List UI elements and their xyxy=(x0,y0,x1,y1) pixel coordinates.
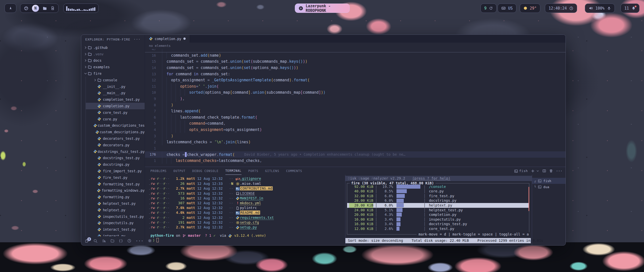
keyboard-layout-widget[interactable]: US xyxy=(498,4,516,13)
panel-tab-ports[interactable]: PORTS xyxy=(248,167,258,175)
dirty-indicator[interactable] xyxy=(183,38,186,40)
panel-tab-terminal[interactable]: TERMINAL xyxy=(225,167,242,175)
tree-item-formatting_test.py[interactable]: formatting_test.py xyxy=(86,181,145,187)
notifications-widget[interactable]: 11 xyxy=(621,4,639,13)
dua-row[interactable]: 24.00 KiB│5.1%│helptext_test.py xyxy=(347,208,529,213)
code-line[interactable]: 9), xyxy=(145,96,566,102)
code-line[interactable]: 10sorted(options_map[command].union(subc… xyxy=(145,89,566,96)
tree-item-formatting_windows.py[interactable]: formatting_windows.py xyxy=(86,187,145,194)
activity-clock-icon[interactable] xyxy=(127,239,131,243)
tree-item-helptext.py[interactable]: helptext.py xyxy=(86,207,145,213)
activity-gear-icon[interactable] xyxy=(148,239,152,243)
tree-item-fire_import_test.py[interactable]: fire_import_test.py xyxy=(86,168,145,174)
tree-item-completion.py[interactable]: completion.py xyxy=(86,103,145,109)
tree-item-custom_descriptions.py[interactable]: custom_descriptions.py xyxy=(86,129,145,135)
audio-visualizer[interactable] xyxy=(63,4,99,13)
code-line[interactable]: 15commands_set = commands_set.union(set(… xyxy=(145,58,566,65)
tree-item-interact_test.py[interactable]: interact_test.py xyxy=(86,226,145,233)
tab-completion-py[interactable]: completion.py xyxy=(145,35,190,43)
dua-row[interactable]: 20.00 KiB│4.3%│completion.py xyxy=(347,212,529,217)
tree-item-.venv[interactable]: .venv xyxy=(81,51,145,57)
activity-dots-icon[interactable]: ··· xyxy=(136,239,144,243)
dua-row[interactable]: 16.00 KiB│3.4%│inspectutils.py xyxy=(347,217,529,222)
launcher-button[interactable] xyxy=(5,4,16,13)
code-line[interactable]: 14commands_set = commands_set.union(set(… xyxy=(145,65,566,71)
terminal-fish[interactable]: .rw-r--r-- 1.2k matt 12 Aug 12:32 -- git… xyxy=(145,175,345,245)
dua-row[interactable]: 28.00 KiB│6.0%│helptext.py xyxy=(347,203,529,208)
audio-widget[interactable]: 100% xyxy=(585,4,615,13)
tree-item-fire_test.py[interactable]: fire_test.py xyxy=(86,174,145,181)
panel-tab-gitlens[interactable]: GITLENS xyxy=(265,167,279,175)
code-line[interactable]: 4opts_assignment=opts_assignment) xyxy=(145,127,566,133)
tree-item-core_test.py[interactable]: core_test.py xyxy=(86,109,145,116)
terminal-shell-selector[interactable]: fish xyxy=(514,169,528,173)
panel-tab-problems[interactable]: PROBLEMS xyxy=(150,167,167,175)
tree-item-console[interactable]: console xyxy=(86,77,145,83)
app-files-icon[interactable] xyxy=(43,6,47,11)
panel-tab-debug-console[interactable]: DEBUG CONSOLE xyxy=(192,167,218,175)
code-line[interactable]: 11options=' '.join( xyxy=(145,83,566,90)
dua-row[interactable]: 28.00 KiB│6.0%│docstrings.py xyxy=(347,198,529,203)
breadcrumb[interactable]: no elements xyxy=(145,43,566,49)
tree-item-core.py[interactable]: core.py xyxy=(86,116,145,122)
app-document-icon[interactable] xyxy=(51,6,55,10)
panel-tab-comments[interactable]: COMMENTS xyxy=(286,167,302,175)
tree-item-decorators.py[interactable]: decorators.py xyxy=(86,142,145,148)
tree-item-helptext_test.py[interactable]: helptext_test.py xyxy=(86,200,145,207)
tree-item-docs[interactable]: docs xyxy=(81,57,145,64)
activity-files-icon[interactable]: 1 xyxy=(85,239,89,243)
dua-row[interactable]: 40.00 KiB│8.5%│core.py xyxy=(347,189,529,194)
weather-widget[interactable]: 29° xyxy=(520,4,540,13)
dua-row[interactable]: 12.00 KiB│2.6%│core_test.py xyxy=(347,226,529,231)
media-widget[interactable]: Lazerpunk - ROBOPHONK xyxy=(295,4,350,13)
explorer-more-actions-button[interactable]: ··· xyxy=(134,37,141,41)
code-line[interactable]: 7lines.append( xyxy=(145,108,566,114)
code-line[interactable]: 5command=command, xyxy=(145,120,566,127)
tree-item-docstrings_test.py[interactable]: docstrings_test.py xyxy=(86,155,145,161)
code-line[interactable]: 8) xyxy=(145,102,566,108)
code-line[interactable]: 1 xyxy=(145,145,566,152)
tree-item-inspectutils_test.py[interactable]: inspectutils_test.py xyxy=(86,213,145,220)
tree-item-docstrings.py[interactable]: docstrings.py xyxy=(86,161,145,168)
tree-item-interact.py[interactable]: interact.py xyxy=(86,233,145,236)
code-line[interactable]: 1lastcommand_checks=lastcommand_checks, xyxy=(145,158,566,164)
tree-item-.github[interactable]: .github xyxy=(81,44,145,51)
tree-item-docstrings_fuzz_test.py[interactable]: docstrings_fuzz_test.py xyxy=(86,148,145,155)
panel-more-actions-button[interactable]: ··· xyxy=(556,169,562,173)
activity-debug-icon[interactable] xyxy=(102,239,106,243)
tree-item-examples[interactable]: examples xyxy=(81,64,145,70)
terminal-list-item-dua[interactable]: └dua xyxy=(532,184,566,190)
tree-item-decorators_test.py[interactable]: decorators_test.py xyxy=(86,135,145,142)
code-line[interactable]: 3) xyxy=(145,133,566,139)
dua-scrollbar[interactable] xyxy=(529,187,529,211)
dua-row[interactable]: 16.00 KiB│3.4%│docstrings_test.py xyxy=(347,222,529,226)
tree-item-inspectutils.py[interactable]: inspectutils.py xyxy=(86,220,145,226)
activity-folderO-icon[interactable] xyxy=(110,239,114,243)
updates-widget[interactable]: 9 xyxy=(480,4,497,13)
tree-item-fire[interactable]: fire xyxy=(81,70,145,77)
tree-item-formatting.py[interactable]: formatting.py xyxy=(86,194,145,200)
activity-search-icon[interactable] xyxy=(93,239,98,243)
dua-row[interactable]: 32.00 KiB│6.8%│fire_test.py xyxy=(347,194,529,198)
code-line[interactable]: 6lastcommand_check_template.format( xyxy=(145,114,566,121)
shell-prompt-input[interactable]: ○ ) xyxy=(148,238,345,243)
code-line[interactable]: 12opts_assignment = _GetOptsAssignmentTe… xyxy=(145,77,566,83)
new-terminal-button[interactable] xyxy=(531,169,539,173)
code-line[interactable]: 2lastcommand_checks = '\n'.join(lines) xyxy=(145,139,566,145)
terminal-list-item-fish[interactable]: ┌fish xyxy=(532,178,566,184)
code-line[interactable]: 47""" xyxy=(145,49,566,52)
code-line[interactable]: 16commands_set.add(name) xyxy=(145,52,566,59)
app-notes-icon[interactable]: N xyxy=(32,5,39,12)
code-editor[interactable]: 47"""16commands_set.add(name)15commands_… xyxy=(145,49,566,167)
activity-braces-icon[interactable] xyxy=(119,239,123,243)
split-terminal-button[interactable] xyxy=(542,169,546,173)
tree-item-custom_descriptions_test.…[interactable]: custom_descriptions_test.… xyxy=(86,122,145,129)
app-browser-icon[interactable] xyxy=(24,6,28,11)
tree-item-__main__.py[interactable]: __main__.py xyxy=(86,90,145,96)
panel-tab-output[interactable]: OUTPUT xyxy=(173,167,185,175)
code-line[interactable]: 176checks =check_wrapper.format(David Bi… xyxy=(145,151,566,158)
tree-item-__init__.py[interactable]: __init__.py xyxy=(86,83,145,90)
tree-item-completion_test.py[interactable]: completion_test.py xyxy=(86,96,145,103)
code-line[interactable]: 13for command in commands_set: xyxy=(145,71,566,77)
terminal-dua[interactable]: Disk Usage Analyzer v2.29.2(press ? for … xyxy=(345,175,532,245)
